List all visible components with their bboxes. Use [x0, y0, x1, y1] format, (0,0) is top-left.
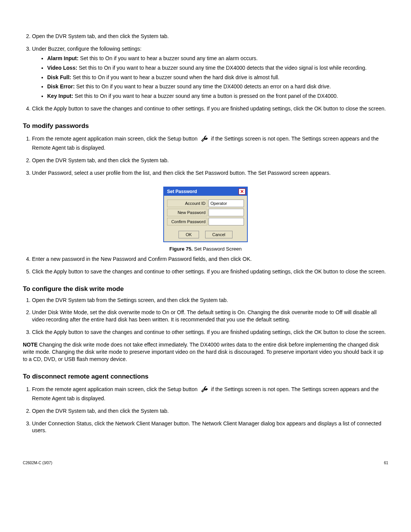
- pw-step-5: Click the Apply button to save the chang…: [32, 268, 388, 275]
- section-title-disconnect: To disconnect remote agent connections: [23, 373, 388, 380]
- dialog-title-text: Set Password: [167, 189, 197, 194]
- disc-step-1: From the remote agent application main s…: [32, 384, 388, 402]
- field-new-password[interactable]: [209, 209, 244, 216]
- section-title-passwords: To modify passwords: [23, 122, 388, 130]
- buzzer-bullets: Alarm Input: Set this to On if you want …: [32, 55, 388, 100]
- row-new-password: New Password: [167, 209, 244, 216]
- bullet-text: Set this to On if you want to hear a buz…: [77, 65, 366, 71]
- label-confirm-password: Confirm Password: [167, 218, 207, 225]
- row-confirm-password: Confirm Password: [167, 218, 244, 225]
- cancel-button[interactable]: Cancel: [205, 231, 233, 238]
- field-confirm-password[interactable]: [209, 218, 244, 225]
- footer-left: C2602M-C (3/07): [23, 461, 52, 465]
- bullet-alarm-input: Alarm Input: Set this to On if you want …: [47, 55, 388, 62]
- bullet-label: Disk Full:: [47, 74, 71, 80]
- figure-set-password: Set Password ✕ Account ID Operator New P…: [23, 187, 388, 252]
- bullet-text: Set this to On if you want to hear a buz…: [78, 55, 258, 61]
- pw-step-4: Enter a new password in the New Password…: [32, 256, 388, 263]
- top-step-3: Under Buzzer, configure the following se…: [32, 45, 388, 100]
- top-step-4: Click the Apply button to save the chang…: [32, 105, 388, 112]
- disk-list: Open the DVR System tab from the Setting…: [23, 297, 388, 336]
- disc-step-1a: From the remote agent application main s…: [32, 386, 199, 392]
- bullet-key-input: Key Input: Set this to On if you want to…: [47, 93, 388, 100]
- dialog-body: Account ID Operator New Password Confirm…: [164, 196, 247, 241]
- section-title-disk: To configure the disk write mode: [23, 285, 388, 293]
- disk-note: NOTE Changing the disk write mode does n…: [23, 341, 388, 363]
- footer-page-number: 61: [384, 461, 388, 465]
- pw-step-1: From the remote agent application main s…: [32, 134, 388, 152]
- set-password-dialog: Set Password ✕ Account ID Operator New P…: [163, 187, 248, 242]
- bullet-text: Set this to On if you want to hear a buz…: [71, 74, 279, 80]
- figure-number: Figure 75.: [169, 246, 193, 252]
- disc-step-2: Open the DVR System tab, and then click …: [32, 407, 388, 415]
- note-label: NOTE: [23, 342, 38, 348]
- bullet-video-loss: Video Loss: Set this to On if you want t…: [47, 64, 388, 72]
- pw-step-3: Under Password, select a user profile fr…: [32, 169, 388, 177]
- disconnect-list: From the remote agent application main s…: [23, 384, 388, 435]
- top-step-3-text: Under Buzzer, configure the following se…: [32, 46, 142, 52]
- bullet-text: Set this to On if you want to hear a buz…: [73, 93, 338, 99]
- disk-step-1: Open the DVR System tab from the Setting…: [32, 297, 388, 304]
- row-account-id: Account ID Operator: [167, 200, 244, 207]
- pw-step-2: Open the DVR System tab, and then click …: [32, 157, 388, 164]
- setup-wrench-icon: [199, 384, 210, 395]
- pw-step-1a: From the remote agent application main s…: [32, 136, 199, 142]
- bullet-label: Video Loss:: [47, 65, 77, 71]
- dialog-title-bar: Set Password ✕: [164, 187, 247, 196]
- ok-button[interactable]: OK: [178, 231, 199, 238]
- bullet-disk-error: Disk Error: Set this to On if you want t…: [47, 83, 388, 90]
- bullet-label: Disk Error:: [47, 83, 75, 89]
- label-new-password: New Password: [167, 209, 207, 216]
- figure-caption-text: Set Password Screen: [193, 246, 242, 252]
- page-footer: C2602M-C (3/07) 61: [23, 461, 388, 465]
- dialog-buttons: OK Cancel: [167, 231, 244, 238]
- top-list: Open the DVR System tab, and then click …: [23, 33, 388, 112]
- field-account-id: Operator: [209, 200, 244, 207]
- bullet-text: Set this to On if you want to hear a buz…: [75, 83, 331, 89]
- top-step-2: Open the DVR System tab, and then click …: [32, 33, 388, 40]
- disk-step-2: Under Disk Write Mode, set the disk over…: [32, 309, 388, 323]
- passwords-list: From the remote agent application main s…: [23, 134, 388, 177]
- bullet-disk-full: Disk Full: Set this to On if you want to…: [47, 74, 388, 81]
- disk-step-3: Click the Apply button to save the chang…: [32, 329, 388, 336]
- bullet-label: Key Input:: [47, 93, 73, 99]
- label-account-id: Account ID: [167, 200, 207, 207]
- figure-caption: Figure 75. Set Password Screen: [23, 246, 388, 252]
- bullet-label: Alarm Input:: [47, 55, 78, 61]
- disc-step-3: Under Connection Status, click the Netwo…: [32, 420, 388, 435]
- passwords-list-cont: Enter a new password in the New Password…: [23, 256, 388, 275]
- close-icon[interactable]: ✕: [239, 189, 245, 195]
- note-text: Changing the disk write mode does not ta…: [23, 342, 384, 362]
- setup-wrench-icon: [199, 134, 210, 144]
